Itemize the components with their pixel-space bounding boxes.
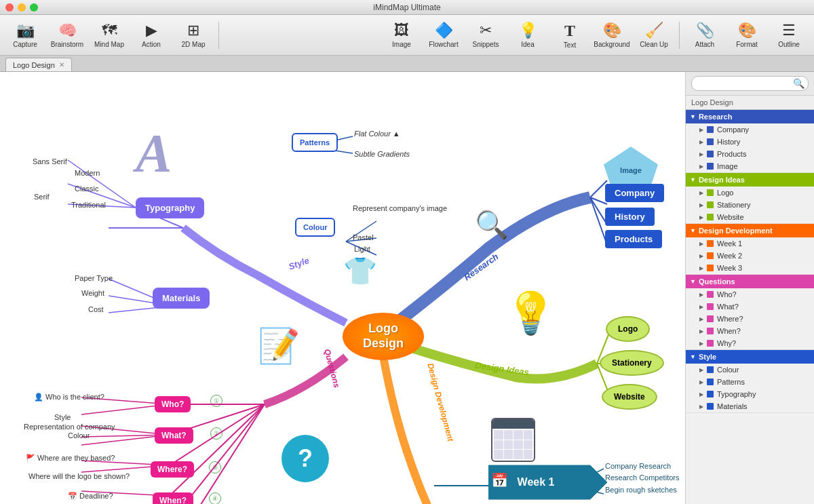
traditional-label: Traditional <box>71 201 106 209</box>
sidebar-item-colour[interactable]: ▶ Colour <box>686 364 814 376</box>
sidebar-item-who[interactable]: ▶ Who? <box>686 288 814 301</box>
tabbar: Logo Design ✕ <box>0 56 814 72</box>
document-tab[interactable]: Logo Design ✕ <box>5 58 72 71</box>
sidebar-item-what[interactable]: ▶ What? <box>686 301 814 313</box>
brainstorm-button[interactable]: 🧠 Brainstorm <box>47 18 87 53</box>
sidebar-item-where[interactable]: ▶ Where? <box>686 313 814 325</box>
outline-button[interactable]: ☰ Outline <box>769 18 809 53</box>
sidebar-item-products[interactable]: ▶ Products <box>686 148 814 160</box>
sidebar-item-when[interactable]: ▶ When? <box>686 325 814 337</box>
text-icon: T <box>564 22 575 40</box>
who-dot <box>707 291 714 298</box>
window-controls <box>5 3 38 12</box>
company-dot <box>707 126 714 133</box>
sidebar-breadcrumb: Logo Design <box>686 96 814 110</box>
products-node[interactable]: Products <box>605 230 662 248</box>
history-dot <box>707 138 714 145</box>
week3-label: Week 3 <box>717 264 742 272</box>
what-dot <box>707 303 714 310</box>
when-dot <box>707 328 714 334</box>
when-arrow: ▶ <box>699 328 703 334</box>
svg-line-11 <box>170 404 265 504</box>
weight-label: Weight <box>81 289 104 297</box>
tab-close-button[interactable]: ✕ <box>59 61 64 69</box>
where-based-label: 🚩 Where are they based? <box>26 454 115 463</box>
website-design-ideas-node[interactable]: Website <box>602 384 657 410</box>
colour-node[interactable]: Colour <box>295 218 335 237</box>
when-node[interactable]: When? <box>153 492 193 504</box>
stationery-design-ideas-node[interactable]: Stationery <box>600 350 664 376</box>
q1-circle: ① <box>210 395 222 407</box>
who-node[interactable]: Who? <box>155 396 191 412</box>
maximize-button[interactable] <box>30 3 38 12</box>
materials-node[interactable]: Materials <box>153 288 210 309</box>
flowchart-button[interactable]: 🔷 Flowchart <box>424 18 463 53</box>
history-node[interactable]: History <box>605 208 655 226</box>
2dmap-button[interactable]: ⊞ 2D Map <box>174 18 213 53</box>
design-dev-section: ▼ Design Development ▶ Week 1 ▶ Week 2 ▶… <box>686 224 814 275</box>
snippets-button[interactable]: ✂ Snippets <box>466 18 505 53</box>
close-button[interactable] <box>5 3 14 12</box>
action-label: Action <box>142 41 161 48</box>
mindmap-button[interactable]: 🗺 Mind Map <box>90 18 129 53</box>
attach-button[interactable]: 📎 Attach <box>685 18 724 53</box>
company-research-label: Company Research <box>605 462 671 470</box>
format-button[interactable]: 🎨 Format <box>727 18 767 53</box>
company-node[interactable]: Company <box>605 184 664 202</box>
design-dev-section-header[interactable]: ▼ Design Development <box>686 224 814 237</box>
patterns-node[interactable]: Patterns <box>292 133 338 152</box>
typography-dot <box>707 391 714 398</box>
background-label: Background <box>594 41 629 48</box>
sidebar-item-week2[interactable]: ▶ Week 2 <box>686 250 814 262</box>
questions-section-header[interactable]: ▼ Questions <box>686 275 814 288</box>
action-button[interactable]: ▶ Action <box>132 18 171 53</box>
text-button[interactable]: T Text <box>550 18 589 53</box>
company-arrow: ▶ <box>699 127 703 133</box>
sidebar-item-typography[interactable]: ▶ Typography <box>686 388 814 400</box>
sidebar-item-week1[interactable]: ▶ Week 1 <box>686 237 814 250</box>
titlebar: iMindMap Ultimate <box>0 0 814 15</box>
what-node[interactable]: What? <box>155 427 193 444</box>
attach-label: Attach <box>695 41 714 48</box>
minimize-button[interactable] <box>18 3 26 12</box>
design-ideas-section-header[interactable]: ▼ Design Ideas <box>686 173 814 187</box>
where-arrow: ▶ <box>699 316 703 322</box>
idea-label: Idea <box>521 41 534 48</box>
idea-button[interactable]: 💡 Idea <box>508 18 547 53</box>
2dmap-label: 2D Map <box>181 41 205 48</box>
cleanup-label: Clean Up <box>640 41 668 48</box>
sidebar-item-why[interactable]: ▶ Why? <box>686 337 814 349</box>
sidebar-item-image[interactable]: ▶ Image <box>686 160 814 172</box>
cleanup-button[interactable]: 🧹 Clean Up <box>634 18 674 53</box>
flat-colour-label: Flat Colour ▲ <box>354 130 400 138</box>
image-label: Image <box>392 41 411 48</box>
style-section-header[interactable]: ▼ Style <box>686 350 814 364</box>
sidebar-item-materials[interactable]: ▶ Materials <box>686 400 814 412</box>
search-input[interactable] <box>691 76 809 91</box>
mindmap-icon: 🗺 <box>102 22 117 39</box>
sidebar-tree[interactable]: ▼ Research ▶ Company ▶ History ▶ Product… <box>686 110 814 504</box>
center-node[interactable]: LogoDesign <box>343 313 424 360</box>
style-branch-label: Style <box>287 255 310 272</box>
typography-node[interactable]: Typography <box>136 197 204 218</box>
history-arrow: ▶ <box>699 139 703 145</box>
research-section-header[interactable]: ▼ Research <box>686 110 814 123</box>
sidebar-item-history[interactable]: ▶ History <box>686 136 814 148</box>
sidebar-item-week3[interactable]: ▶ Week 3 <box>686 262 814 274</box>
sidebar-item-patterns[interactable]: ▶ Patterns <box>686 376 814 388</box>
capture-button[interactable]: 📷 Capture <box>5 18 45 53</box>
sidebar-item-website[interactable]: ▶ Website <box>686 211 814 223</box>
format-icon: 🎨 <box>738 22 756 39</box>
logo-label: Logo <box>717 189 733 197</box>
logo-design-ideas-node[interactable]: Logo <box>606 316 650 342</box>
sidebar-item-stationery[interactable]: ▶ Stationery <box>686 199 814 211</box>
represent-label: Represent company's image <box>353 204 447 212</box>
image-button[interactable]: 🖼 Image <box>382 18 421 53</box>
canvas[interactable]: LogoDesign Research Design Ideas Design … <box>0 72 685 504</box>
sidebar-item-logo[interactable]: ▶ Logo <box>686 187 814 199</box>
where-node[interactable]: Where? <box>151 461 194 478</box>
sidebar-item-company[interactable]: ▶ Company <box>686 123 814 136</box>
tshirt-icon: 👕 <box>343 255 377 287</box>
background-button[interactable]: 🎨 Background <box>592 18 632 53</box>
q2-circle: ② <box>210 427 222 440</box>
